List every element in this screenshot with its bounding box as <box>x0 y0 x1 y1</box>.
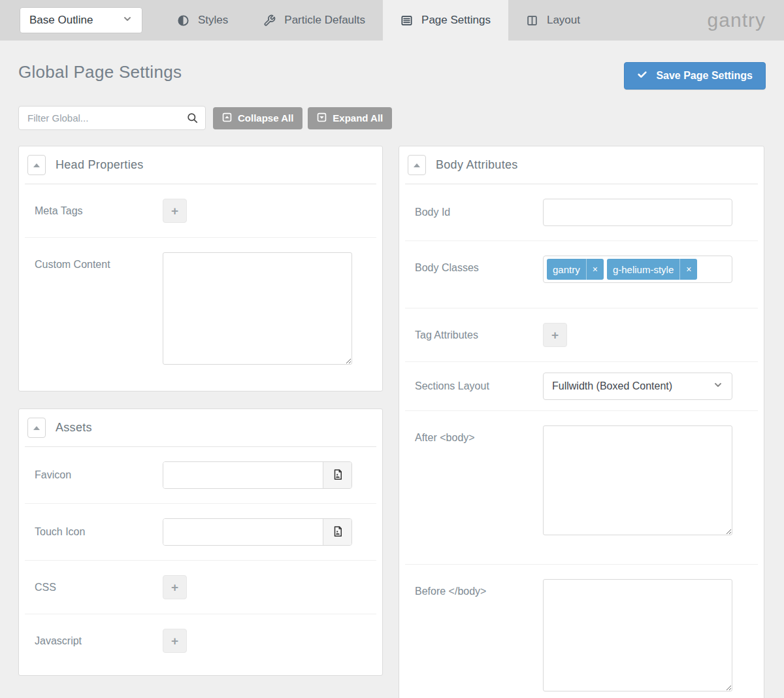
favicon-image-picker-button[interactable] <box>323 462 351 488</box>
plus-icon: + <box>551 329 559 341</box>
panel-title: Head Properties <box>56 158 144 172</box>
field-after-body: After <body> <box>405 410 758 564</box>
outline-selector[interactable]: Base Outline <box>20 7 142 33</box>
newspaper-icon <box>400 14 413 27</box>
nav-tabs: Styles Particle Defaults Page Settings L… <box>159 0 598 41</box>
top-navbar: Base Outline Styles Particle Defaults Pa… <box>0 0 784 41</box>
caret-up-icon <box>33 426 40 430</box>
collapse-toggle-button[interactable] <box>408 155 426 175</box>
field-custom-content: Custom Content <box>25 237 376 383</box>
remove-tag-button[interactable]: × <box>586 259 604 280</box>
contrast-icon <box>177 14 189 27</box>
field-before-body: Before </body> <box>405 564 758 698</box>
field-favicon: Favicon <box>25 447 376 503</box>
field-meta-tags: Meta Tags + <box>25 184 376 237</box>
panel-body-attributes-header: Body Attributes <box>405 146 758 184</box>
toolbar: Collapse All Expand All <box>18 106 766 130</box>
search-icon <box>186 112 199 127</box>
right-column: Body Attributes Body Id Body Classes gan… <box>399 146 764 698</box>
outline-selector-value: Base Outline <box>29 14 93 27</box>
sections-layout-value: Fullwidth (Boxed Content) <box>552 380 672 392</box>
save-button-label: Save Page Settings <box>656 70 753 82</box>
file-image-icon <box>332 469 344 482</box>
chevron-down-icon <box>713 380 723 393</box>
collapse-toggle-button[interactable] <box>27 418 46 438</box>
filter-input[interactable] <box>18 106 206 130</box>
field-body-classes: Body Classes gantry × g-helium-style × <box>405 241 758 308</box>
add-meta-tag-button[interactable]: + <box>163 199 187 223</box>
field-label: Favicon <box>35 469 163 481</box>
field-label: After <body> <box>415 425 543 444</box>
caret-up-icon <box>414 163 420 167</box>
remove-tag-button[interactable]: × <box>679 259 697 280</box>
field-label: Touch Icon <box>35 526 163 538</box>
touch-icon-input[interactable] <box>163 519 323 545</box>
tab-label: Styles <box>198 14 228 27</box>
custom-content-textarea[interactable] <box>163 252 352 365</box>
tag-text: g-helium-style <box>607 264 679 275</box>
page-title: Global Page Settings <box>18 62 182 82</box>
field-label: Body Classes <box>415 256 543 274</box>
field-body-id: Body Id <box>405 184 758 241</box>
field-label: Custom Content <box>35 252 163 271</box>
caret-square-down-icon <box>317 112 327 124</box>
gantry-logo: gantry <box>708 9 766 31</box>
field-css: CSS + <box>25 560 376 614</box>
tab-page-settings[interactable]: Page Settings <box>383 0 508 41</box>
filter-field-wrap <box>18 106 206 130</box>
add-css-button[interactable]: + <box>163 575 187 599</box>
file-image-icon <box>332 525 344 539</box>
panel-head-properties: Head Properties Meta Tags + Custom Conte… <box>18 146 383 391</box>
caret-up-icon <box>33 163 40 167</box>
class-tag: g-helium-style × <box>607 259 698 280</box>
touch-icon-input-group <box>163 518 352 546</box>
tag-text: gantry <box>547 264 586 275</box>
check-icon <box>637 69 647 82</box>
field-javascript: Javascript + <box>25 614 376 667</box>
expand-all-label: Expand All <box>333 112 383 124</box>
tab-layout[interactable]: Layout <box>508 0 598 41</box>
field-tag-attributes: Tag Attributes + <box>405 308 758 361</box>
field-sections-layout: Sections Layout Fullwidth (Boxed Content… <box>405 361 758 410</box>
sections-layout-select[interactable]: Fullwidth (Boxed Content) <box>543 373 732 400</box>
panel-assets: Assets Favicon Touch Icon <box>18 408 383 676</box>
panel-title: Assets <box>56 421 92 435</box>
before-body-textarea[interactable] <box>543 579 732 691</box>
tab-label: Layout <box>547 14 580 27</box>
panel-body-attributes: Body Attributes Body Id Body Classes gan… <box>399 146 764 698</box>
field-label: Meta Tags <box>35 205 163 217</box>
page-content: Global Page Settings Save Page Settings … <box>0 62 784 698</box>
collapse-all-button[interactable]: Collapse All <box>213 107 302 129</box>
field-label: Tag Attributes <box>415 329 543 341</box>
page-header: Global Page Settings Save Page Settings <box>18 62 766 90</box>
panel-head-properties-header: Head Properties <box>25 146 376 184</box>
favicon-input[interactable] <box>163 462 323 488</box>
columns-icon <box>526 14 538 27</box>
tab-particle-defaults[interactable]: Particle Defaults <box>246 0 383 41</box>
tab-label: Page Settings <box>421 14 491 27</box>
field-touch-icon: Touch Icon <box>25 503 376 560</box>
tab-label: Particle Defaults <box>284 14 365 27</box>
body-id-input[interactable] <box>543 199 732 226</box>
touch-icon-image-picker-button[interactable] <box>323 519 351 545</box>
collapse-all-label: Collapse All <box>238 112 293 124</box>
expand-all-button[interactable]: Expand All <box>308 107 392 129</box>
field-label: Body Id <box>415 207 543 218</box>
panel-assets-header: Assets <box>25 409 376 447</box>
field-label: Before </body> <box>415 579 543 597</box>
plus-icon: + <box>171 205 178 217</box>
panel-title: Body Attributes <box>436 158 518 172</box>
collapse-toggle-button[interactable] <box>27 155 46 175</box>
field-label: Javascript <box>35 635 163 647</box>
add-javascript-button[interactable]: + <box>163 629 187 653</box>
after-body-textarea[interactable] <box>543 425 732 535</box>
body-classes-input[interactable]: gantry × g-helium-style × <box>543 256 732 283</box>
caret-square-up-icon <box>222 112 232 124</box>
class-tag: gantry × <box>547 259 604 280</box>
tab-styles[interactable]: Styles <box>159 0 246 41</box>
save-page-settings-button[interactable]: Save Page Settings <box>624 62 766 90</box>
field-label: Sections Layout <box>415 380 543 392</box>
add-tag-attribute-button[interactable]: + <box>543 323 567 347</box>
left-column: Head Properties Meta Tags + Custom Conte… <box>18 146 383 676</box>
field-label: CSS <box>35 582 163 593</box>
